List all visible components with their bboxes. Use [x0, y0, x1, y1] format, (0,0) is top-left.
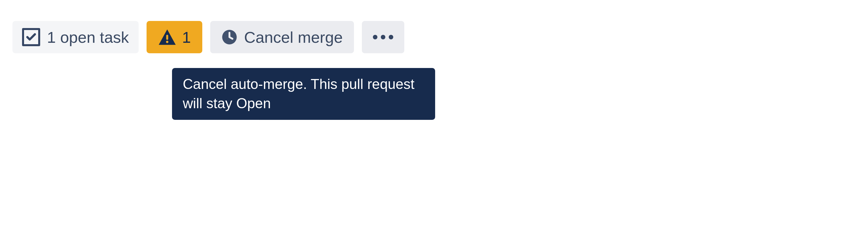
clock-icon — [221, 29, 237, 45]
svg-point-3 — [373, 35, 377, 39]
pr-toolbar: 1 open task 1 Cancel merge — [12, 21, 404, 53]
svg-point-1 — [166, 41, 168, 43]
svg-rect-0 — [166, 35, 168, 40]
cancel-merge-tooltip: Cancel auto-merge. This pull request wil… — [172, 68, 435, 120]
svg-point-5 — [389, 35, 393, 39]
more-actions-button[interactable] — [362, 21, 404, 53]
warning-triangle-icon — [158, 29, 177, 46]
warning-button[interactable]: 1 — [147, 21, 202, 53]
warning-count: 1 — [182, 28, 191, 47]
cancel-merge-label: Cancel merge — [244, 28, 343, 47]
svg-point-4 — [381, 35, 385, 39]
tooltip-text: Cancel auto-merge. This pull request wil… — [183, 76, 414, 111]
open-tasks-button[interactable]: 1 open task — [12, 21, 138, 53]
more-horizontal-icon — [372, 34, 394, 40]
cancel-merge-button[interactable]: Cancel merge — [210, 21, 354, 53]
open-tasks-label: 1 open task — [47, 28, 129, 47]
checkbox-icon — [22, 28, 40, 46]
